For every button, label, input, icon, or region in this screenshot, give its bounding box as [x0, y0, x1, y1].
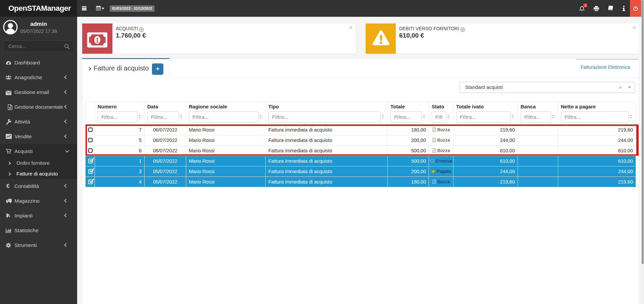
svg-text:1: 1 [96, 36, 99, 44]
